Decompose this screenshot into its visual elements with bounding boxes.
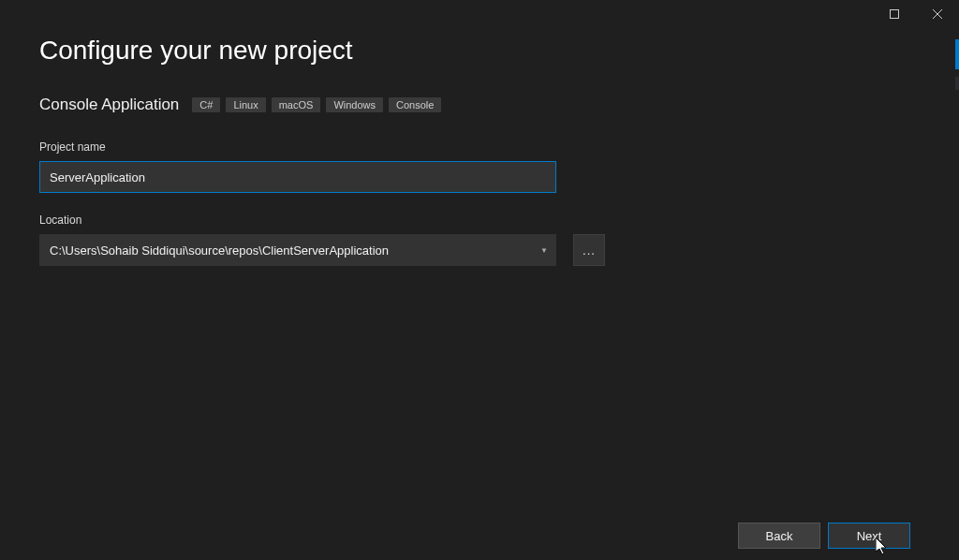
- back-button[interactable]: Back: [738, 523, 820, 549]
- project-name-label: Project name: [39, 140, 920, 154]
- close-button[interactable]: [916, 0, 959, 28]
- location-label: Location: [39, 214, 920, 227]
- tag-csharp: C#: [192, 97, 220, 112]
- template-tags: C# Linux macOS Windows Console: [192, 97, 441, 112]
- tag-macos: macOS: [272, 97, 321, 112]
- footer-buttons: Back Next: [738, 523, 910, 549]
- dialog-content: Configure your new project Console Appli…: [0, 0, 959, 266]
- location-dropdown[interactable]: C:\Users\Sohaib Siddiqui\source\repos\Cl…: [39, 234, 556, 266]
- location-row: C:\Users\Sohaib Siddiqui\source\repos\Cl…: [39, 234, 920, 266]
- scrollbar-accent-2: [955, 77, 959, 90]
- next-button[interactable]: Next: [828, 523, 910, 549]
- project-name-input[interactable]: [39, 161, 556, 193]
- scrollbar-accent: [955, 39, 959, 69]
- maximize-icon: [890, 9, 899, 19]
- browse-button[interactable]: ...: [573, 234, 605, 266]
- maximize-button[interactable]: [873, 0, 916, 28]
- tag-linux: Linux: [226, 97, 265, 112]
- close-icon: [933, 9, 942, 19]
- tag-console: Console: [389, 97, 441, 112]
- window-titlebar: [873, 0, 959, 28]
- tag-windows: Windows: [326, 97, 383, 112]
- chevron-down-icon: ▼: [540, 246, 548, 255]
- page-title: Configure your new project: [39, 36, 920, 66]
- template-info-row: Console Application C# Linux macOS Windo…: [39, 96, 920, 114]
- svg-rect-0: [891, 10, 899, 19]
- location-value: C:\Users\Sohaib Siddiqui\source\repos\Cl…: [50, 243, 389, 258]
- template-name: Console Application: [39, 96, 179, 114]
